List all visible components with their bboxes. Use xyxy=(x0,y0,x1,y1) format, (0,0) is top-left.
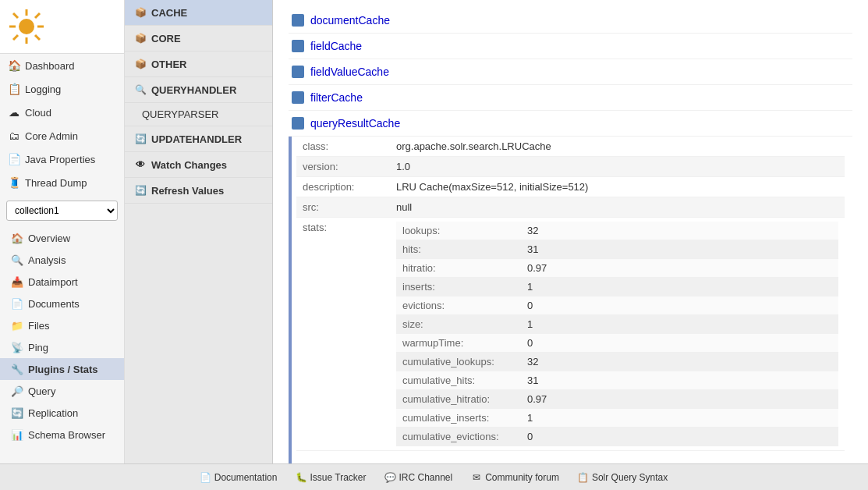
middle-item-updatehandler[interactable]: 🔄UPDATEHANDLER xyxy=(125,126,272,152)
stat-value: 0 xyxy=(521,296,838,315)
footer-link-label: Issue Tracker xyxy=(310,472,366,483)
footer-link-label: Solr Query Syntax xyxy=(592,472,668,483)
detail-key: src: xyxy=(296,197,390,218)
cache-entry-documentCache[interactable]: documentCache xyxy=(289,8,852,34)
watch-changes-icon: 👁 xyxy=(134,158,147,171)
detail-key: version: xyxy=(296,157,390,177)
collection-item-plugins-stats[interactable]: 🔧Plugins / Stats xyxy=(0,358,124,380)
java-properties-icon: 📄 xyxy=(8,153,20,165)
cache-entry-fieldCache[interactable]: fieldCache xyxy=(289,34,852,59)
cache-entry-filterCache[interactable]: filterCache xyxy=(289,85,852,111)
content-area: documentCachefieldCachefieldValueCachefi… xyxy=(273,0,868,463)
collection-selector[interactable]: collection1 xyxy=(6,201,118,221)
footer-link-documentation[interactable]: 📄Documentation xyxy=(200,472,278,483)
collection-select[interactable]: collection1 xyxy=(6,201,118,221)
collection-item-files[interactable]: 📁Files xyxy=(0,314,124,336)
stat-value: 0.97 xyxy=(521,390,838,409)
solr-logo-icon xyxy=(8,8,45,45)
cache-entry-queryResultCache[interactable]: queryResultCache xyxy=(289,111,852,137)
sidebar-item-cloud[interactable]: ☁Cloud xyxy=(0,101,124,124)
stat-key: hitratio: xyxy=(396,259,521,278)
collection-item-label: Analysis xyxy=(28,254,66,266)
stat-value: 31 xyxy=(521,240,838,259)
schema-browser-icon: 📊 xyxy=(11,428,23,441)
sidebar-item-java-properties[interactable]: 📄Java Properties xyxy=(0,147,124,171)
middle-item-other[interactable]: 📦OTHER xyxy=(125,51,272,77)
collection-item-replication[interactable]: 🔄Replication xyxy=(0,402,124,424)
middle-item-label: CORE xyxy=(151,33,181,44)
middle-item-queryhandler[interactable]: 🔍QUERYHANDLER xyxy=(125,77,272,103)
middle-item-core[interactable]: 📦CORE xyxy=(125,26,272,51)
footer-link-solr-query-syntax[interactable]: 📋Solr Query Syntax xyxy=(578,472,668,483)
refresh-values-icon: 🔄 xyxy=(134,184,147,197)
analysis-icon: 🔍 xyxy=(11,254,23,266)
cache-entry-icon xyxy=(292,91,304,104)
sidebar-item-label: Logging xyxy=(25,83,61,95)
middle-item-label: Watch Changes xyxy=(151,159,227,171)
svg-line-5 xyxy=(13,13,18,18)
collection-item-dataimport[interactable]: 📥Dataimport xyxy=(0,271,124,293)
sidebar-item-label: Cloud xyxy=(25,107,51,119)
other-icon: 📦 xyxy=(134,58,147,70)
cache-entry-label: queryResultCache xyxy=(310,117,400,130)
middle-item-label: QUERYHANDLER xyxy=(151,84,236,96)
cache-entry-fieldValueCache[interactable]: fieldValueCache xyxy=(289,59,852,85)
sidebar-item-core-admin[interactable]: 🗂Core Admin xyxy=(0,124,124,147)
thread-dump-icon: 🧵 xyxy=(8,176,20,189)
sidebar-item-label: Core Admin xyxy=(25,130,78,142)
collection-item-query[interactable]: 🔎Query xyxy=(0,380,124,402)
stat-value: 1 xyxy=(521,315,838,334)
sidebar-item-label: Dashboard xyxy=(25,60,75,72)
collection-item-label: Documents xyxy=(28,298,80,310)
detail-value: 1.0 xyxy=(390,157,845,177)
stat-value: 1 xyxy=(521,409,838,428)
cache-entry-label: fieldCache xyxy=(310,40,362,52)
stat-key: warmupTime: xyxy=(396,334,521,353)
collection-item-overview[interactable]: 🏠Overview xyxy=(0,227,124,249)
middle-item-queryparser[interactable]: QUERYPARSER xyxy=(125,103,272,126)
detail-value: LRU Cache(maxSize=512, initialSize=512) xyxy=(390,177,845,197)
sidebar-item-logging[interactable]: 📋Logging xyxy=(0,77,124,101)
sidebar-item-dashboard[interactable]: 🏠Dashboard xyxy=(0,54,124,77)
plugins-stats-icon: 🔧 xyxy=(11,363,23,375)
svg-line-8 xyxy=(13,35,18,40)
collection-item-documents[interactable]: 📄Documents xyxy=(0,293,124,314)
stat-value: 0.97 xyxy=(521,259,838,278)
solr-query-syntax-icon: 📋 xyxy=(578,472,589,483)
footer-link-label: Documentation xyxy=(214,472,278,483)
collection-nav: 🏠Overview🔍Analysis📥Dataimport📄Documents📁… xyxy=(0,227,124,446)
sidebar-item-label: Thread Dump xyxy=(25,177,87,189)
stat-value: 1 xyxy=(521,278,838,296)
stat-key: cumulative_lookups: xyxy=(396,353,521,371)
middle-item-watch-changes[interactable]: 👁Watch Changes xyxy=(125,152,272,178)
footer-link-label: IRC Channel xyxy=(399,472,452,483)
cache-icon: 📦 xyxy=(134,6,147,19)
collection-item-analysis[interactable]: 🔍Analysis xyxy=(0,249,124,271)
footer: 📄Documentation🐛Issue Tracker💬IRC Channel… xyxy=(0,463,868,490)
footer-link-issue-tracker[interactable]: 🐛Issue Tracker xyxy=(296,472,366,483)
middle-item-cache[interactable]: 📦CACHE xyxy=(125,0,272,26)
collection-item-label: Replication xyxy=(28,407,78,419)
sidebar-item-thread-dump[interactable]: 🧵Thread Dump xyxy=(0,171,124,194)
documents-icon: 📄 xyxy=(11,297,23,310)
core-icon: 📦 xyxy=(134,32,147,44)
collection-item-schema-browser[interactable]: 📊Schema Browser xyxy=(0,424,124,446)
middle-item-label: OTHER xyxy=(151,59,187,70)
cache-entry-icon xyxy=(292,40,304,52)
sidebar-nav: 🏠Dashboard📋Logging☁Cloud🗂Core Admin📄Java… xyxy=(0,54,124,194)
collection-item-ping[interactable]: 📡Ping xyxy=(0,336,124,358)
updatehandler-icon: 🔄 xyxy=(134,133,147,145)
footer-link-community-forum[interactable]: ✉Community forum xyxy=(471,472,559,483)
middle-item-label: Refresh Values xyxy=(151,185,224,197)
svg-point-0 xyxy=(19,19,34,34)
stat-key: evictions: xyxy=(396,296,521,315)
middle-item-refresh-values[interactable]: 🔄Refresh Values xyxy=(125,178,272,204)
documentation-icon: 📄 xyxy=(200,472,211,483)
collection-item-label: Query xyxy=(28,385,55,397)
query-icon: 🔎 xyxy=(11,385,23,397)
cloud-icon: ☁ xyxy=(8,106,20,119)
footer-link-irc-channel[interactable]: 💬IRC Channel xyxy=(384,472,452,483)
community-forum-icon: ✉ xyxy=(471,472,482,483)
detail-value: org.apache.solr.search.LRUCache xyxy=(390,137,845,157)
overview-icon: 🏠 xyxy=(11,232,23,244)
